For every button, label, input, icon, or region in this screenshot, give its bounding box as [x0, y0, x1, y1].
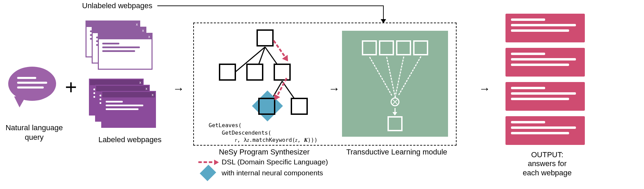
dsl-arrow-icon [275, 78, 287, 99]
transductive-module-icon [342, 31, 448, 137]
tree-node [257, 29, 274, 46]
speech-bubble-icon [8, 67, 56, 101]
arrow-icon: → [173, 82, 184, 95]
dsl-arrow-icon [273, 40, 288, 60]
dsl-arrow-icon [198, 161, 218, 163]
output-label: OUTPUT: answers for each webpage [513, 150, 581, 177]
output-card [505, 116, 585, 145]
nl-query-label: Natural language query [3, 123, 65, 142]
output-card [505, 14, 585, 42]
labeled-webpages-label: Labeled webpages [96, 135, 164, 145]
legend-dsl-label: DSL (Domain Specific Language) [222, 158, 328, 166]
code-snippet: GetLeaves( GetDescendents( r, λz.matchKe… [209, 122, 317, 144]
tree-node [291, 98, 308, 115]
neural-component-icon [200, 165, 216, 181]
legend-neural-label: with internal neural components [222, 169, 323, 177]
output-card [505, 48, 585, 77]
program-tree-diagram: GetLeaves( GetDescendents( r, λz.matchKe… [205, 29, 321, 125]
tree-node [258, 98, 275, 115]
unlabeled-webpages-label: Unlabeled webpages [82, 1, 153, 10]
tree-node [219, 64, 236, 81]
arrow-line [157, 5, 383, 6]
tree-node [246, 64, 263, 81]
output-cards [505, 14, 585, 150]
output-card [505, 82, 585, 111]
plus-icon: + [65, 75, 77, 99]
arrow-icon: → [479, 82, 490, 95]
legend: DSL (Domain Specific Language) with inte… [198, 148, 465, 179]
tree-node [274, 64, 291, 81]
